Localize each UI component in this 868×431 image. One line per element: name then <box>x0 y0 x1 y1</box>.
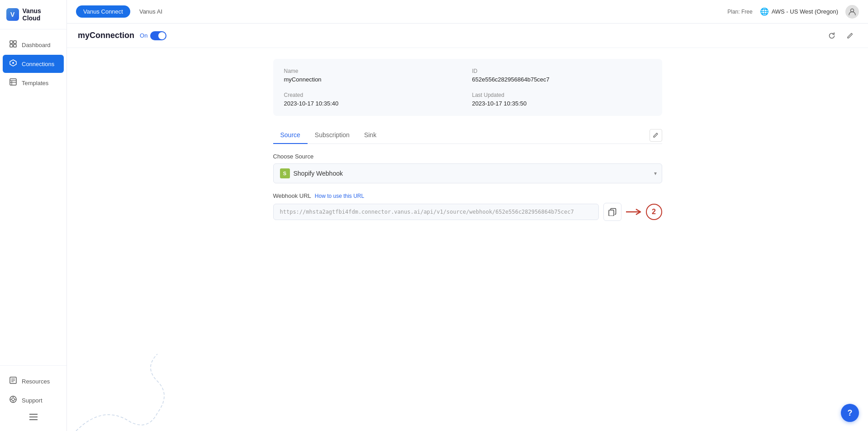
content-inner: myConnection On <box>67 24 868 431</box>
top-header: Vanus Connect Vanus AI Plan: Free 🌐 AWS … <box>67 0 868 24</box>
detail-created: Created 2023-10-17 10:35:40 <box>284 92 463 107</box>
content-area: myConnection On <box>67 24 868 431</box>
logo-text: Vanus Cloud <box>23 7 60 22</box>
tab-vanus-ai[interactable]: Vanus AI <box>132 5 170 18</box>
resources-icon <box>9 377 17 386</box>
sidebar-item-label: Resources <box>22 378 50 385</box>
svg-rect-0 <box>10 41 13 43</box>
sidebar: V Vanus Cloud Dashboard Connections Temp… <box>0 0 67 431</box>
sidebar-item-label: Templates <box>22 80 48 86</box>
last-updated-label: Last Updated <box>472 92 651 98</box>
sidebar-item-support[interactable]: Support <box>3 391 64 409</box>
annotation-number: 2 <box>646 204 662 220</box>
sidebar-bottom: Resources Support <box>0 365 66 431</box>
tab-sink[interactable]: Sink <box>357 127 384 144</box>
sidebar-item-connections[interactable]: Connections <box>3 55 64 73</box>
hamburger-button[interactable] <box>0 410 66 424</box>
detail-last-updated: Last Updated 2023-10-17 10:35:50 <box>472 92 651 107</box>
name-label: Name <box>284 68 463 74</box>
user-avatar[interactable] <box>845 5 859 19</box>
svg-point-5 <box>12 62 14 64</box>
sidebar-nav: Dashboard Connections Templates <box>0 29 66 365</box>
connection-header: myConnection On <box>67 24 868 48</box>
svg-point-15 <box>12 398 14 401</box>
refresh-button[interactable] <box>825 29 839 43</box>
toggle-switch[interactable]: On <box>140 31 166 40</box>
dashboard-icon <box>9 40 17 49</box>
region-info: 🌐 AWS - US West (Oregon) <box>760 7 838 16</box>
shopify-icon: S <box>280 168 290 178</box>
detail-name: Name myConnection <box>284 68 463 83</box>
sidebar-item-dashboard[interactable]: Dashboard <box>3 36 64 54</box>
help-button[interactable]: ? <box>841 404 859 422</box>
toggle-track[interactable] <box>150 31 166 40</box>
source-form: Choose Source S Shopify Webhook ▾ Webhoo… <box>273 153 662 221</box>
select-chevron-icon: ▾ <box>654 170 657 177</box>
tab-edit-button[interactable] <box>650 129 662 142</box>
created-label: Created <box>284 92 463 98</box>
created-value: 2023-10-17 10:35:40 <box>284 100 463 107</box>
arrow-annotation: 2 <box>626 204 662 220</box>
region-text: AWS - US West (Oregon) <box>772 8 838 15</box>
last-updated-value: 2023-10-17 10:35:50 <box>472 100 651 107</box>
sidebar-item-label: Connections <box>22 61 54 67</box>
tabs-section: Source Subscription Sink Choose Source S… <box>273 127 662 239</box>
nav-tabs: Vanus Connect Vanus AI <box>76 5 170 18</box>
sidebar-item-resources[interactable]: Resources <box>3 372 64 390</box>
svg-rect-3 <box>14 44 16 47</box>
tab-bar: Source Subscription Sink <box>273 127 662 144</box>
header-right: Plan: Free 🌐 AWS - US West (Oregon) <box>727 5 859 19</box>
webhook-url-label: Webhook URL <box>273 192 311 199</box>
edit-connection-button[interactable] <box>843 29 857 43</box>
id-label: ID <box>472 68 651 74</box>
logo: V Vanus Cloud <box>0 0 66 29</box>
copy-button[interactable] <box>603 203 621 221</box>
source-select-wrapper: S Shopify Webhook ▾ <box>273 163 662 183</box>
support-icon <box>9 396 17 405</box>
sidebar-item-label: Support <box>22 397 43 404</box>
webhook-input-row: 2 <box>273 203 662 221</box>
tab-vanus-connect[interactable]: Vanus Connect <box>76 5 130 18</box>
globe-icon: 🌐 <box>760 7 769 16</box>
toggle-label: On <box>140 32 147 39</box>
logo-icon: V <box>6 8 19 21</box>
choose-source-label: Choose Source <box>273 153 662 160</box>
detail-id: ID 652e556c282956864b75cec7 <box>472 68 651 83</box>
id-value: 652e556c282956864b75cec7 <box>472 76 651 83</box>
svg-rect-24 <box>609 210 614 216</box>
templates-icon <box>9 78 17 87</box>
connections-icon <box>9 59 17 68</box>
name-value: myConnection <box>284 76 463 83</box>
connection-title: myConnection <box>78 31 134 40</box>
webhook-url-input[interactable] <box>273 204 599 220</box>
sidebar-item-templates[interactable]: Templates <box>3 74 64 92</box>
plan-badge: Plan: Free <box>727 9 752 15</box>
tab-source[interactable]: Source <box>273 127 308 144</box>
details-card: Name myConnection ID 652e556c282956864b7… <box>273 59 662 116</box>
how-to-link[interactable]: How to use this URL <box>315 193 364 199</box>
svg-rect-2 <box>10 44 13 47</box>
webhook-label-row: Webhook URL How to use this URL <box>273 192 662 199</box>
svg-rect-1 <box>14 41 16 43</box>
main-area: Vanus Connect Vanus AI Plan: Free 🌐 AWS … <box>67 0 868 431</box>
tab-subscription[interactable]: Subscription <box>308 127 357 144</box>
svg-rect-6 <box>10 79 16 85</box>
source-select[interactable]: S Shopify Webhook <box>273 163 662 183</box>
sidebar-item-label: Dashboard <box>22 42 51 48</box>
source-name: Shopify Webhook <box>294 170 343 177</box>
header-actions <box>825 29 857 43</box>
toggle-thumb <box>158 32 166 39</box>
